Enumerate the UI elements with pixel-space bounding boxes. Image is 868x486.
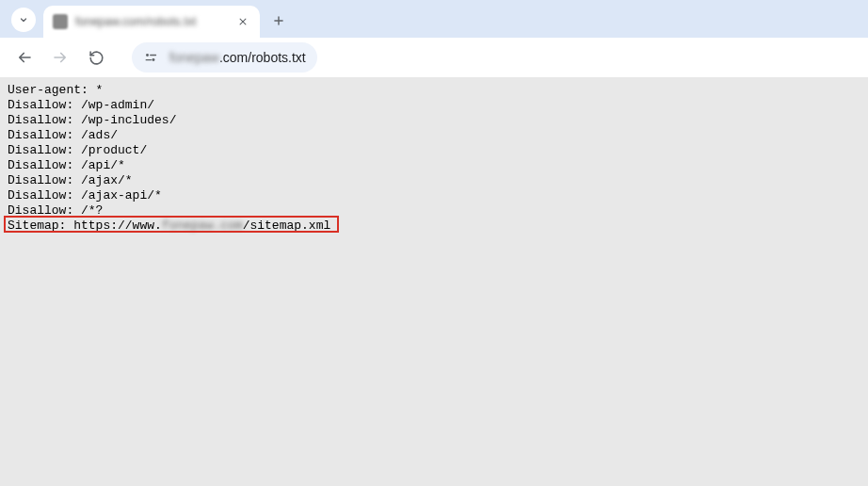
sitemap-suffix: /sitemap.xml — [243, 219, 331, 233]
close-icon — [238, 17, 248, 26]
svg-point-2 — [152, 58, 154, 61]
favicon-icon — [53, 14, 68, 29]
robots-line: Disallow: /wp-admin/ — [8, 98, 154, 112]
plus-icon — [272, 14, 285, 27]
forward-button[interactable] — [45, 42, 75, 73]
svg-point-0 — [146, 54, 149, 57]
tab-strip: fonepaw.com/robots.txt — [0, 0, 868, 38]
site-settings-icon — [143, 50, 160, 65]
arrow-right-icon — [52, 49, 69, 66]
reload-button[interactable] — [81, 42, 111, 73]
tab-search-button[interactable] — [11, 8, 36, 32]
arrow-left-icon — [16, 49, 33, 66]
sitemap-prefix: Sitemap: https://www. — [8, 219, 162, 233]
chevron-down-icon — [18, 14, 29, 25]
browser-chrome: fonepaw.com/robots.txt — [0, 0, 868, 77]
robots-line: Disallow: /api/* — [8, 158, 125, 172]
address-bar[interactable]: fonepaw.com/robots.txt — [132, 42, 317, 73]
toolbar: fonepaw.com/robots.txt — [0, 38, 336, 77]
site-info-button[interactable] — [143, 50, 160, 65]
svg-rect-3 — [146, 59, 152, 60]
reload-icon — [88, 50, 104, 66]
sitemap-domain-blurred: fonepaw.com — [162, 219, 243, 233]
new-tab-button[interactable] — [265, 8, 292, 34]
sitemap-line: Sitemap: https://www.fonepaw.com/sitemap… — [8, 219, 330, 233]
robots-line: Disallow: /ads/ — [8, 128, 118, 142]
robots-line: Disallow: /wp-includes/ — [8, 113, 176, 127]
url-text: fonepaw.com/robots.txt — [169, 50, 306, 65]
browser-tab[interactable]: fonepaw.com/robots.txt — [43, 6, 260, 38]
svg-rect-1 — [150, 55, 156, 56]
robots-line: Disallow: /product/ — [8, 143, 147, 157]
back-button[interactable] — [9, 42, 40, 73]
robots-line: User-agent: * — [8, 83, 103, 97]
url-path: .com/robots.txt — [219, 50, 306, 65]
robots-txt-body: User-agent: * Disallow: /wp-admin/ Disal… — [0, 77, 868, 239]
robots-line: Disallow: /ajax-api/* — [8, 188, 162, 202]
robots-line: Disallow: /*? — [8, 203, 103, 218]
robots-line: Disallow: /ajax/* — [8, 173, 133, 187]
tab-close-button[interactable] — [235, 14, 250, 29]
page-content: User-agent: * Disallow: /wp-admin/ Disal… — [0, 77, 868, 486]
url-domain-blurred: fonepaw — [169, 50, 219, 65]
tab-title: fonepaw.com/robots.txt — [75, 15, 228, 28]
